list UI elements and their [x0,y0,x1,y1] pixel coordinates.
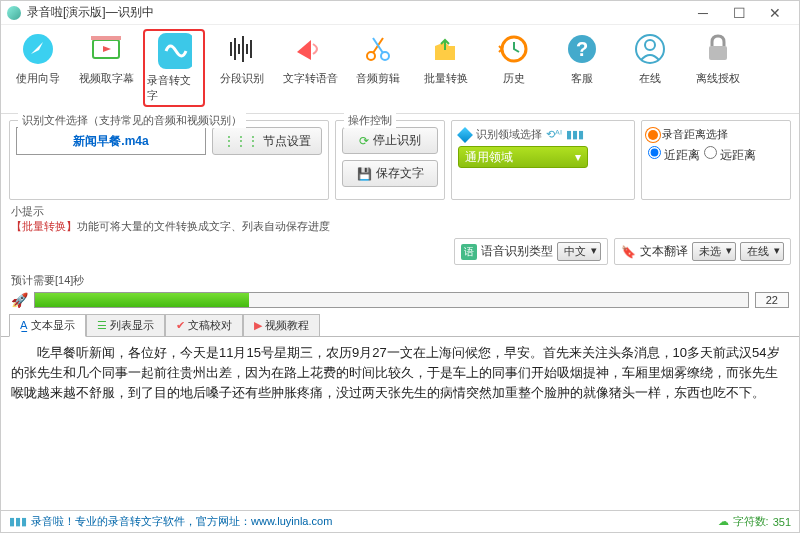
progress-row: 🚀 22 [1,290,799,314]
close-button[interactable]: ✕ [757,5,793,21]
estimate-label: 预计需要[14]秒 [1,271,799,290]
tool-video-subtitle[interactable]: 视频取字幕 [75,29,137,107]
radio-near[interactable]: 近距离 [648,148,700,162]
status-bar: ▮▮▮录音啦！专业的录音转文字软件，官方网址：www.luyinla.com ☁… [1,510,799,532]
tab-bar: A̲文本显示 ☰列表显示 ✔文稿校对 ▶视频教程 [1,314,799,337]
list-icon: ☰ [97,319,107,332]
minimize-button[interactable]: ─ [685,5,721,21]
tab-list-display[interactable]: ☰列表显示 [86,314,165,336]
cloud-icon: ☁ [718,515,729,528]
play-icon: ▶ [254,319,262,332]
domain-panel: 识别领域选择 ⟲ᴬᴵ ▮▮▮ 通用领域 [451,120,635,200]
window-title: 录音啦[演示版]—识别中 [27,4,685,21]
svg-rect-2 [91,36,121,40]
text-icon: A̲ [20,319,28,332]
hint-row: 小提示 【批量转换】功能可将大量的文件转换成文字、列表自动保存进度 [1,202,799,236]
tool-audio-trim[interactable]: 音频剪辑 [347,29,409,107]
lang-type-group: 语 语音识别类型 中文 [454,238,608,265]
tool-online[interactable]: 在线 [619,29,681,107]
save-text-button[interactable]: 💾保存文字 [342,160,438,187]
tool-offline-license[interactable]: 离线授权 [687,29,749,107]
svg-point-18 [645,40,655,50]
bars-icon: ▮▮▮ [9,515,27,528]
cube-icon [457,127,473,143]
tool-guide[interactable]: 使用向导 [7,29,69,107]
translate-group: 🔖 文本翻译 未选 在线 [614,238,791,265]
online-select[interactable]: 在线 [740,242,784,261]
tool-history[interactable]: 历史 [483,29,545,107]
svg-text:?: ? [576,38,588,60]
domain-select[interactable]: 通用领域 [458,146,588,168]
translate-select[interactable]: 未选 [692,242,736,261]
check-icon: ✔ [176,319,185,332]
operation-control-panel: 操作控制 ⟳停止识别 💾保存文字 [335,120,445,200]
pin-icon [648,130,658,140]
distance-panel: 录音距离选择 近距离 远距离 [641,120,791,200]
tool-support[interactable]: ?客服 [551,29,613,107]
stop-button[interactable]: ⟳停止识别 [342,127,438,154]
lang-select[interactable]: 中文 [557,242,601,261]
progress-bar [34,292,749,308]
tab-text-display[interactable]: A̲文本显示 [9,314,86,337]
tool-audio-to-text[interactable]: 录音转文字 [143,29,205,107]
text-content[interactable]: 吃早餐听新闻，各位好，今天是11月15号星期三，农历9月27一文在上海问候您，早… [1,337,799,510]
main-toolbar: 使用向导 视频取字幕 录音转文字 分段识别 文字转语音 音频剪辑 批量转换 历史… [1,25,799,114]
file-select-panel: 识别文件选择（支持常见的音频和视频识别） 新闻早餐.m4a ⋮⋮⋮节点设置 [9,120,329,200]
tab-video-tutorial[interactable]: ▶视频教程 [243,314,320,336]
radio-far[interactable]: 远距离 [704,148,756,162]
node-settings-button[interactable]: ⋮⋮⋮节点设置 [212,127,322,155]
title-bar: 录音啦[演示版]—识别中 ─ ☐ ✕ [1,1,799,25]
maximize-button[interactable]: ☐ [721,5,757,21]
progress-fill [35,293,249,307]
lang-icon: 语 [461,244,477,260]
translate-icon: 🔖 [621,245,636,259]
rocket-icon: 🚀 [11,292,28,308]
progress-value: 22 [755,292,789,308]
tool-batch[interactable]: 批量转换 [415,29,477,107]
svg-rect-19 [709,46,727,60]
tab-proofread[interactable]: ✔文稿校对 [165,314,243,336]
selected-file[interactable]: 新闻早餐.m4a [16,127,206,155]
app-icon [7,6,21,20]
tool-segment[interactable]: 分段识别 [211,29,273,107]
tool-tts[interactable]: 文字转语音 [279,29,341,107]
